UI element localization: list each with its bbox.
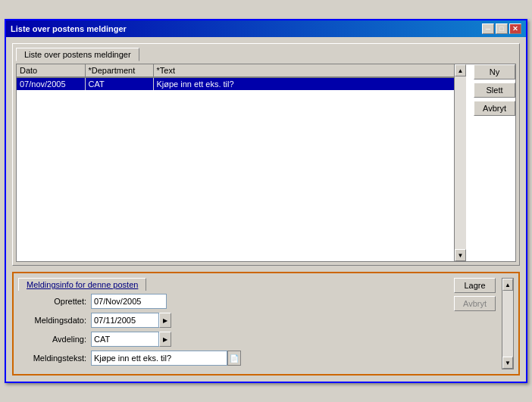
- meldingsdato-row: Meldingsdato: ▶: [18, 313, 448, 328]
- minimize-button[interactable]: ─: [482, 23, 494, 34]
- right-scroll-down-btn[interactable]: ▼: [502, 357, 513, 369]
- close-button[interactable]: ✕: [509, 23, 521, 34]
- avdeling-row: Avdeling: ▶: [18, 332, 448, 347]
- avbryt-top-button[interactable]: Avbryt: [474, 101, 515, 116]
- main-window: Liste over postens meldinger ─ □ ✕ Liste…: [5, 19, 527, 383]
- ny-button[interactable]: Ny: [474, 64, 515, 79]
- action-buttons: Ny Slett Avbryt: [469, 64, 515, 261]
- right-scrollbar[interactable]: ▲ ▼: [502, 278, 514, 369]
- col-text: *Text: [153, 64, 466, 77]
- table-row[interactable]: 07/nov/2005CATKjøpe inn ett eks. til?: [17, 77, 466, 90]
- cell-text: Kjøpe inn ett eks. til?: [153, 77, 466, 90]
- avdeling-arrow-btn[interactable]: ▶: [159, 332, 171, 347]
- right-scroll-up-btn[interactable]: ▲: [502, 279, 513, 291]
- meldingstekst-input[interactable]: [91, 351, 227, 366]
- meldingstekst-label: Meldingstekst:: [18, 354, 86, 363]
- bottom-tab-strip: Meldingsinfo for denne posten: [18, 278, 448, 291]
- avbryt-bottom-button[interactable]: Avbryt: [454, 296, 496, 311]
- bottom-tab[interactable]: Meldingsinfo for denne posten: [18, 278, 146, 291]
- scroll-track: [455, 76, 466, 249]
- col-department: *Department: [85, 64, 153, 77]
- bottom-section: Meldingsinfo for denne posten Oprettet: …: [12, 272, 520, 376]
- lagre-button[interactable]: Lagre: [454, 278, 496, 293]
- title-bar-controls: ─ □ ✕: [482, 23, 521, 34]
- maximize-button[interactable]: □: [496, 23, 508, 34]
- scroll-down-btn[interactable]: ▼: [455, 249, 466, 261]
- opprettet-input[interactable]: [91, 294, 167, 309]
- window-title: Liste over postens meldinger: [11, 24, 127, 33]
- opprettet-label: Oprettet:: [18, 297, 86, 306]
- meldingstekst-field: 📄: [91, 351, 241, 366]
- scroll-up-btn[interactable]: ▲: [455, 64, 466, 76]
- col-dato: Dato: [17, 64, 85, 77]
- cell-department: CAT: [85, 77, 153, 90]
- table-scrollbar[interactable]: ▲ ▼: [454, 64, 466, 261]
- data-table: Dato *Department *Text 07/nov/2005CATKjø…: [17, 64, 466, 90]
- title-bar: Liste over postens meldinger ─ □ ✕: [6, 20, 526, 37]
- meldingsdato-input[interactable]: [91, 313, 159, 328]
- avdeling-input[interactable]: [91, 332, 159, 347]
- top-tab[interactable]: Liste over postens meldinger: [16, 48, 139, 61]
- table-container: Dato *Department *Text 07/nov/2005CATKjø…: [17, 64, 466, 261]
- meldingsdato-arrow-btn[interactable]: ▶: [159, 313, 171, 328]
- table-wrapper[interactable]: Dato *Department *Text 07/nov/2005CATKjø…: [17, 64, 466, 261]
- top-tab-strip: Liste over postens meldinger: [16, 47, 516, 61]
- meldingstekst-doc-btn[interactable]: 📄: [227, 351, 241, 366]
- slett-button[interactable]: Slett: [474, 83, 515, 98]
- bottom-right: Lagre Avbryt: [454, 278, 496, 369]
- bottom-action-area: Lagre Avbryt: [454, 278, 496, 311]
- window-body: Liste over postens meldinger Dato *Depar…: [6, 37, 526, 382]
- tab-content: Dato *Department *Text 07/nov/2005CATKjø…: [16, 64, 516, 262]
- meldingsdato-field: ▶: [91, 313, 171, 328]
- meldingsdato-label: Meldingsdato:: [18, 316, 86, 325]
- avdeling-label: Avdeling:: [18, 335, 86, 344]
- cell-dato: 07/nov/2005: [17, 77, 85, 90]
- meldingstekst-row: Meldingstekst: 📄: [18, 351, 448, 366]
- table-header-row: Dato *Department *Text: [17, 64, 466, 77]
- opprettet-row: Oprettet:: [18, 294, 448, 309]
- top-section: Liste over postens meldinger Dato *Depar…: [12, 43, 520, 266]
- bottom-form-area: Meldingsinfo for denne posten Oprettet: …: [18, 278, 448, 369]
- right-scroll-track: [502, 291, 513, 357]
- top-content: Dato *Department *Text 07/nov/2005CATKjø…: [17, 64, 515, 261]
- avdeling-field: ▶: [91, 332, 171, 347]
